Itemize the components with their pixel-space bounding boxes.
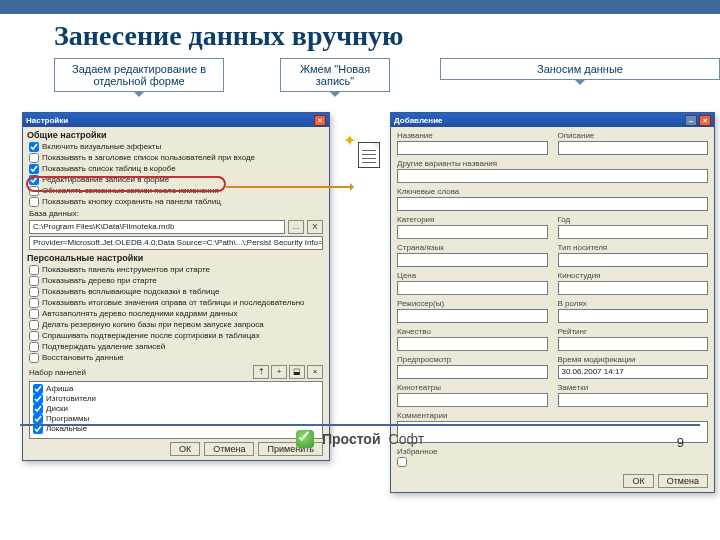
sparkle-icon bbox=[343, 132, 359, 148]
chk-label: Спрашивать подтверждение после сортировк… bbox=[42, 331, 260, 341]
conn-string-input[interactable]: Provider=Microsoft.Jet.OLEDB.4.0;Data So… bbox=[29, 236, 323, 250]
chk-label: Делать резервную копию базы при первом з… bbox=[42, 320, 264, 330]
lbl: Название bbox=[397, 131, 548, 140]
db-path-input[interactable]: C:\Program Files\K\Data\Filmoteka.mdb bbox=[29, 220, 285, 234]
minimize-icon[interactable]: – bbox=[685, 115, 697, 126]
director-input[interactable] bbox=[397, 309, 548, 323]
theatre-input[interactable] bbox=[397, 393, 548, 407]
lbl: Цена bbox=[397, 271, 548, 280]
chk-p2[interactable] bbox=[29, 287, 39, 297]
new-record-icon[interactable] bbox=[346, 136, 380, 168]
chk-save-button[interactable] bbox=[29, 197, 39, 207]
lbl: Кинотеатры bbox=[397, 383, 548, 392]
chk-p6[interactable] bbox=[29, 331, 39, 341]
chk-p7[interactable] bbox=[29, 342, 39, 352]
close-icon[interactable]: × bbox=[699, 115, 711, 126]
chk-edit-in-form[interactable] bbox=[29, 175, 39, 185]
lbl: Категория bbox=[397, 215, 548, 224]
chk-label: Восстановить данные bbox=[42, 353, 124, 363]
panel-up-button[interactable]: ⇡ bbox=[253, 365, 269, 379]
divider bbox=[20, 424, 700, 426]
roles-input[interactable] bbox=[558, 309, 709, 323]
page-number: 9 bbox=[677, 435, 684, 450]
price-input[interactable] bbox=[397, 281, 548, 295]
lbl: Тип носителя bbox=[558, 243, 709, 252]
note-input[interactable] bbox=[558, 393, 709, 407]
sql-button[interactable]: X bbox=[307, 220, 323, 234]
chk-label: Автозаполнять дерево последними кадрами … bbox=[42, 309, 237, 319]
panel-edit-button[interactable]: ⬓ bbox=[289, 365, 305, 379]
chk-label: Показывать в заголовке список пользовате… bbox=[42, 153, 255, 163]
lbl: Предпросмотр bbox=[397, 355, 548, 364]
panel-item[interactable] bbox=[33, 414, 43, 424]
panel-del-button[interactable]: × bbox=[307, 365, 323, 379]
year-input[interactable] bbox=[558, 225, 709, 239]
chk-label: Показывать итоговые значения справа от т… bbox=[42, 298, 305, 308]
desc-input[interactable] bbox=[558, 141, 709, 155]
chk-label: Показывать список таблиц в коробе bbox=[42, 164, 176, 174]
rating-input[interactable] bbox=[558, 337, 709, 351]
chk-p0[interactable] bbox=[29, 265, 39, 275]
panel-item[interactable] bbox=[33, 394, 43, 404]
name-input[interactable] bbox=[397, 141, 548, 155]
browse-button[interactable]: … bbox=[288, 220, 304, 234]
country-input[interactable] bbox=[397, 253, 548, 267]
quality-input[interactable] bbox=[397, 337, 548, 351]
panel-item[interactable] bbox=[33, 384, 43, 394]
fav-checkbox[interactable] bbox=[397, 457, 407, 467]
chk-p1[interactable] bbox=[29, 276, 39, 286]
slide-title: Занесение данных вручную bbox=[54, 20, 720, 52]
lbl: Другие варианты названия bbox=[397, 159, 708, 168]
footer-brand1: Простой bbox=[322, 431, 381, 447]
lbl: Режиссер(ы) bbox=[397, 299, 548, 308]
chk-p5[interactable] bbox=[29, 320, 39, 330]
callout-new-record: Жмем "Новая запись" bbox=[280, 58, 390, 92]
settings-title: Настройки bbox=[26, 116, 68, 125]
lbl: Качество bbox=[397, 327, 548, 336]
lbl: В ролях bbox=[558, 299, 709, 308]
chk-refresh-linked[interactable] bbox=[29, 186, 39, 196]
cancel-button[interactable]: Отмена bbox=[658, 474, 708, 488]
panel-label: Диски bbox=[46, 404, 68, 414]
lbl: Время модификации bbox=[558, 355, 709, 364]
panel-item[interactable] bbox=[33, 404, 43, 414]
add-title: Добавление bbox=[394, 116, 443, 125]
callout-edit-in-form: Задаем редактирование в отдельной форме bbox=[54, 58, 224, 92]
group-personal-label: Персональные настройки bbox=[27, 253, 325, 263]
panel-label: Изготовители bbox=[46, 394, 96, 404]
check-icon bbox=[296, 430, 314, 448]
pointer-arrow bbox=[226, 186, 352, 188]
chk-label: Показывать панель инструментов при старт… bbox=[42, 265, 210, 275]
chk-p4[interactable] bbox=[29, 309, 39, 319]
panels-label: Набор панелей bbox=[29, 368, 86, 377]
lbl: Заметки bbox=[558, 383, 709, 392]
chk-label: Подтверждать удаление записей bbox=[42, 342, 165, 352]
chk-userlist[interactable] bbox=[29, 153, 39, 163]
chk-label: Включить визуальные эффекты bbox=[42, 142, 161, 152]
mediatype-input[interactable] bbox=[558, 253, 709, 267]
footer-brand2: Софт bbox=[389, 431, 425, 447]
close-icon[interactable]: × bbox=[314, 115, 326, 126]
other-input[interactable] bbox=[397, 169, 708, 183]
edited-input[interactable]: 30.06.2007 14:17 bbox=[558, 365, 709, 379]
chk-tablelist[interactable] bbox=[29, 164, 39, 174]
chk-visual-effects[interactable] bbox=[29, 142, 39, 152]
callout-enter-data: Заносим данные bbox=[440, 58, 720, 80]
chk-p3[interactable] bbox=[29, 298, 39, 308]
lbl: Страна/язык bbox=[397, 243, 548, 252]
chk-p8[interactable] bbox=[29, 353, 39, 363]
panel-add-button[interactable]: + bbox=[271, 365, 287, 379]
category-input[interactable] bbox=[397, 225, 548, 239]
chk-label: Редактирование записей в форме bbox=[42, 175, 169, 185]
chk-label: Показывать кнопку сохранить на панели та… bbox=[42, 197, 221, 207]
db-label: База данных: bbox=[29, 209, 79, 218]
panel-label: Программы bbox=[46, 414, 89, 424]
lbl: Год bbox=[558, 215, 709, 224]
settings-dialog: Настройки × Общие настройки Включить виз… bbox=[22, 112, 330, 461]
stock-input[interactable] bbox=[558, 281, 709, 295]
keywords-input[interactable] bbox=[397, 197, 708, 211]
preview-input[interactable] bbox=[397, 365, 548, 379]
chk-label: Показывать дерево при старте bbox=[42, 276, 157, 286]
lbl: Рейтинг bbox=[558, 327, 709, 336]
ok-button[interactable]: ОК bbox=[623, 474, 653, 488]
